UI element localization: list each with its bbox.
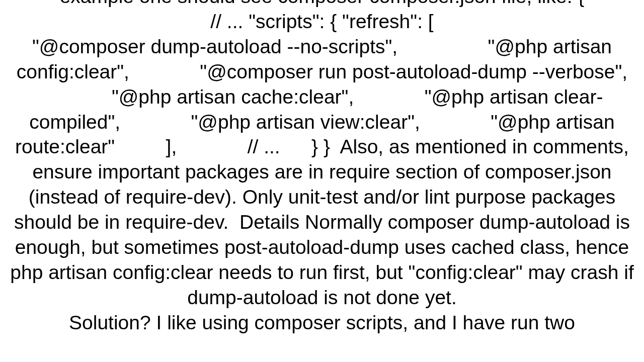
code-cmd-3: "@composer run post-autoload-dump --verb… — [200, 61, 627, 82]
code-cmd-4: "@php artisan cache:clear", — [112, 86, 354, 108]
document-body: example one should see composer composer… — [6, 0, 638, 335]
code-close-braces: } } — [311, 136, 330, 157]
code-cmd-6: "@php artisan view:clear", — [191, 111, 420, 133]
text-scripts-open: // ... "scripts": { "refresh": [ — [210, 11, 433, 32]
page: example one should see composer composer… — [0, 0, 644, 362]
text-also-prefix: Also, as — [340, 136, 410, 157]
code-cmd-1: "@composer dump-autoload --no-scripts", — [32, 36, 397, 57]
text-details-heading: Details — [239, 211, 299, 233]
code-close-comment: // ... — [248, 136, 280, 157]
text-line-top-partial: example one should see composer composer… — [60, 0, 585, 7]
code-close-array: ], — [166, 136, 177, 157]
text-bottom-partial: Solution? I like using composer scripts,… — [69, 312, 575, 333]
